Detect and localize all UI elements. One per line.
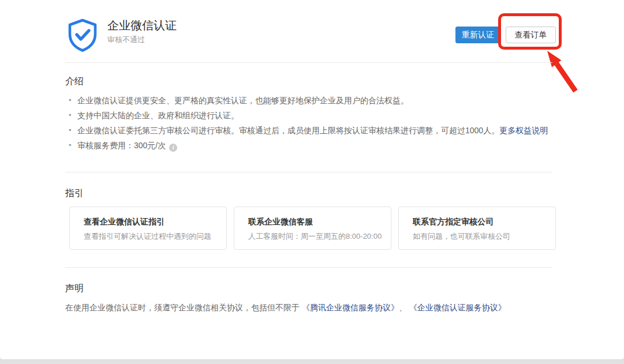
annotation-arrow-icon	[539, 45, 580, 95]
intro-bullet-3: 企业微信认证委托第三方审核公司进行审核。审核通过后，成员使用上限将按认证审核结果…	[65, 123, 562, 138]
intro-bullet-1: 企业微信认证提供更安全、更严格的真实性认证，也能够更好地保护企业及用户的合法权益…	[65, 93, 562, 108]
card-desc: 人工客服时间：周一至周五的8:00-20:00	[248, 231, 391, 242]
statement-paragraph: 在使用企业微信认证时，须遵守企业微信相关协议，包括但不限于 《腾讯企业微信服务协…	[65, 301, 573, 314]
card-title: 查看企业微信认证指引	[84, 217, 226, 227]
intro-bullet-2: 支持中国大陆的企业、政府和组织进行认证。	[65, 108, 562, 123]
card-title: 联系企业微信客服	[248, 217, 391, 227]
intro-heading: 介绍	[65, 76, 84, 88]
card-title: 联系官方指定审核公司	[413, 217, 555, 227]
statement-separator: 、	[399, 303, 409, 312]
card-desc: 如有问题，也可联系审核公司	[413, 231, 555, 242]
bullet-text: 审核服务费用：300元/次	[77, 141, 166, 150]
guide-card-contact-support[interactable]: 联系企业微信客服 人工客服时间：周一至周五的8:00-20:00	[234, 207, 391, 250]
reverify-button[interactable]: 重新认证	[455, 27, 500, 43]
verification-page: 企业微信认证 审核不通过 重新认证 查看订单 介绍 企业微信认证提供更安全、更严…	[0, 0, 624, 364]
statement-text: 在使用企业微信认证时，须遵守企业微信相关协议，包括但不限于	[65, 303, 302, 312]
page-title: 企业微信认证	[107, 18, 177, 33]
bullet-text: 企业微信认证提供更安全、更严格的真实性认证，也能够更好地保护企业及用户的合法权益…	[77, 96, 409, 105]
divider	[65, 267, 552, 268]
bullet-text: 支持中国大陆的企业、政府和组织进行认证。	[77, 111, 239, 120]
divider	[65, 172, 552, 172]
view-order-button[interactable]: 查看订单	[506, 27, 556, 43]
info-icon[interactable]: i	[169, 144, 177, 152]
guide-cards-row: 查看企业微信认证指引 查看指引可解决认证过程中遇到的问题 联系企业微信客服 人工…	[69, 207, 556, 250]
guide-card-view-guide[interactable]: 查看企业微信认证指引 查看指引可解决认证过程中遇到的问题	[69, 207, 227, 250]
intro-bullet-4: 审核服务费用：300元/次i	[65, 138, 562, 153]
divider	[65, 62, 552, 63]
more-benefits-link[interactable]: 更多权益说明	[499, 126, 548, 135]
status-badge: 审核不通过	[107, 35, 145, 45]
verification-service-agreement-link[interactable]: 《企业微信认证服务协议》	[409, 303, 506, 312]
shield-check-icon	[65, 17, 100, 52]
content-card: 企业微信认证 审核不通过 重新认证 查看订单 介绍 企业微信认证提供更安全、更严…	[0, 0, 624, 360]
bullet-text: 企业微信认证委托第三方审核公司进行审核。审核通过后，成员使用上限将按认证审核结果…	[77, 126, 499, 135]
card-desc: 查看指引可解决认证过程中遇到的问题	[84, 231, 226, 242]
statement-heading: 声明	[65, 283, 84, 295]
tencent-service-agreement-link[interactable]: 《腾讯企业微信服务协议》	[302, 303, 399, 312]
intro-bullet-list: 企业微信认证提供更安全、更严格的真实性认证，也能够更好地保护企业及用户的合法权益…	[65, 93, 562, 153]
guide-card-contact-auditor[interactable]: 联系官方指定审核公司 如有问题，也可联系审核公司	[398, 207, 556, 250]
guide-heading: 指引	[65, 187, 84, 200]
